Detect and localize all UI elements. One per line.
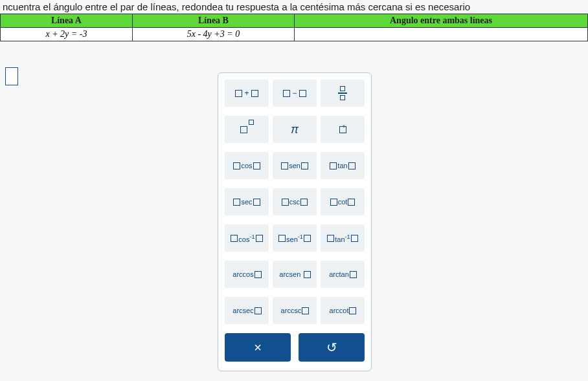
- key-arccos[interactable]: arccos: [225, 261, 269, 288]
- reset-button[interactable]: ↺: [299, 333, 365, 362]
- key-cot[interactable]: cot: [321, 188, 365, 215]
- header-line-a: Línea A: [1, 14, 133, 28]
- cell-line-a: x + 2y = -3: [1, 28, 133, 41]
- key-sec[interactable]: sec: [225, 188, 269, 215]
- header-angle: Angulo entre ambas líneas: [295, 14, 588, 28]
- key-fraction[interactable]: [321, 80, 365, 107]
- math-keypad: + − π cos sen tan sec csc: [218, 72, 372, 371]
- key-csc[interactable]: csc: [273, 188, 317, 215]
- key-pi[interactable]: π: [273, 116, 317, 143]
- key-exponent[interactable]: [225, 116, 269, 143]
- key-minus[interactable]: −: [273, 80, 317, 107]
- key-cos[interactable]: cos: [225, 152, 269, 179]
- key-cos-inverse[interactable]: cos-1: [225, 224, 269, 252]
- close-button[interactable]: ×: [225, 333, 291, 362]
- key-sen[interactable]: sen: [273, 152, 317, 179]
- reset-icon: ↺: [326, 340, 337, 355]
- question-text: ncuentra el ángulo entre el par de línea…: [0, 0, 588, 14]
- key-degree[interactable]: [321, 116, 365, 143]
- key-plus[interactable]: +: [225, 80, 269, 107]
- cell-line-b: 5x - 4y +3 = 0: [132, 28, 294, 41]
- key-tan[interactable]: tan: [321, 152, 365, 179]
- answer-input[interactable]: [5, 67, 18, 85]
- key-arccot[interactable]: arccot: [321, 297, 365, 324]
- header-line-b: Línea B: [132, 14, 294, 28]
- key-arcsen[interactable]: arcsen: [273, 261, 317, 288]
- close-icon: ×: [254, 340, 262, 355]
- key-tan-inverse[interactable]: tan-1: [321, 224, 365, 252]
- key-arcsec[interactable]: arcsec: [225, 297, 269, 324]
- key-arctan[interactable]: arctan: [321, 261, 365, 288]
- key-arccsc[interactable]: arccsc: [273, 297, 317, 324]
- key-sen-inverse[interactable]: sen-1: [273, 224, 317, 252]
- problem-table: Línea A Línea B Angulo entre ambas línea…: [0, 14, 588, 41]
- cell-angle-answer[interactable]: [295, 28, 588, 41]
